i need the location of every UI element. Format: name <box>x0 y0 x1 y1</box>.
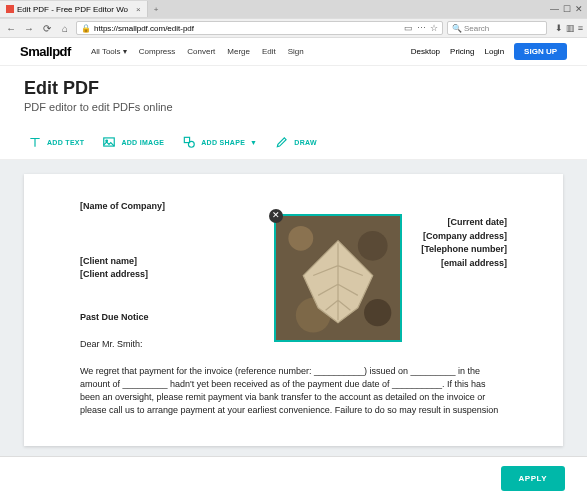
nav-links: All Tools ▾ Compress Convert Merge Edit … <box>91 47 304 56</box>
add-text-label: ADD TEXT <box>47 139 84 146</box>
nav-convert[interactable]: Convert <box>187 47 215 56</box>
shape-icon <box>182 135 196 149</box>
doc-date: [Current date] <box>421 216 507 230</box>
chevron-down-icon: ▼ <box>250 139 257 146</box>
search-icon: 🔍 <box>452 24 462 33</box>
search-input[interactable]: 🔍 Search <box>447 21 547 35</box>
nav-all-tools[interactable]: All Tools ▾ <box>91 47 127 56</box>
svg-point-3 <box>189 141 195 147</box>
nav-desktop[interactable]: Desktop <box>411 47 440 56</box>
window-controls: — ☐ ✕ <box>550 4 587 14</box>
library-icon[interactable]: ▥ <box>566 23 575 33</box>
doc-email: [email address] <box>421 257 507 271</box>
page-title-area: Edit PDF PDF editor to edit PDFs online <box>0 66 587 125</box>
draw-button[interactable]: DRAW <box>275 135 317 149</box>
maximize-icon[interactable]: ☐ <box>563 4 571 14</box>
add-text-button[interactable]: ADD TEXT <box>28 135 84 149</box>
reader-icon[interactable]: ▭ <box>404 23 413 33</box>
svg-point-8 <box>364 299 391 326</box>
bottom-bar: APPLY <box>0 456 587 500</box>
signup-button[interactable]: SIGN UP <box>514 43 567 60</box>
doc-company-info: [Current date] [Company address] [Teleph… <box>421 216 507 270</box>
login-button[interactable]: Login <box>485 47 505 56</box>
doc-company: [Name of Company] <box>80 200 507 213</box>
add-shape-button[interactable]: ADD SHAPE ▼ <box>182 135 257 149</box>
url-input[interactable]: 🔒 https://smallpdf.com/edit-pdf ▭ ⋯ ☆ <box>76 21 443 35</box>
logo[interactable]: Smallpdf <box>20 44 71 59</box>
close-window-icon[interactable]: ✕ <box>575 4 583 14</box>
page-subtitle: PDF editor to edit PDFs online <box>24 101 563 113</box>
download-icon[interactable]: ⬇ <box>555 23 563 33</box>
back-icon[interactable]: ← <box>4 23 18 34</box>
nav-compress[interactable]: Compress <box>139 47 175 56</box>
nav-merge[interactable]: Merge <box>227 47 250 56</box>
chevron-down-icon: ▾ <box>123 47 127 56</box>
lock-icon: 🔒 <box>81 24 91 33</box>
tab-close-icon[interactable]: × <box>136 5 141 14</box>
pdf-document[interactable]: [Name of Company] [Current date] [Compan… <box>24 174 563 446</box>
url-bar: ← → ⟳ ⌂ 🔒 https://smallpdf.com/edit-pdf … <box>0 18 587 38</box>
text-icon <box>28 135 42 149</box>
add-image-label: ADD IMAGE <box>121 139 164 146</box>
tab-title: Edit PDF - Free PDF Editor Wo <box>17 5 128 14</box>
bookmark-icon[interactable]: ☆ <box>430 23 438 33</box>
svg-point-5 <box>288 226 313 251</box>
page-title: Edit PDF <box>24 78 563 99</box>
remove-image-icon[interactable]: ✕ <box>269 209 283 223</box>
canvas-area: [Name of Company] [Current date] [Compan… <box>0 160 587 460</box>
reload-icon[interactable]: ⟳ <box>40 23 54 34</box>
doc-address: [Company address] <box>421 230 507 244</box>
leaf-image-content <box>276 216 400 340</box>
menu-icon[interactable]: ≡ <box>578 23 583 33</box>
inserted-image[interactable]: ✕ <box>274 214 402 342</box>
nav-edit[interactable]: Edit <box>262 47 276 56</box>
home-icon[interactable]: ⌂ <box>58 23 72 34</box>
svg-point-6 <box>358 231 388 261</box>
tab-bar: Edit PDF - Free PDF Editor Wo × + — ☐ ✕ <box>0 0 587 18</box>
nav-pricing[interactable]: Pricing <box>450 47 474 56</box>
search-placeholder: Search <box>464 24 489 33</box>
browser-chrome: Edit PDF - Free PDF Editor Wo × + — ☐ ✕ … <box>0 0 587 38</box>
image-icon <box>102 135 116 149</box>
editor-toolbar: ADD TEXT ADD IMAGE ADD SHAPE ▼ DRAW <box>0 125 587 160</box>
doc-body: We regret that payment for the invoice (… <box>80 365 507 417</box>
new-tab-button[interactable]: + <box>148 5 165 14</box>
add-image-button[interactable]: ADD IMAGE <box>102 135 164 149</box>
tab-favicon <box>6 5 14 13</box>
url-text: https://smallpdf.com/edit-pdf <box>94 24 194 33</box>
svg-rect-2 <box>185 137 190 142</box>
browser-tab[interactable]: Edit PDF - Free PDF Editor Wo × <box>0 1 148 17</box>
minimize-icon[interactable]: — <box>550 4 559 14</box>
doc-phone: [Telephone number] <box>421 243 507 257</box>
app-header: Smallpdf All Tools ▾ Compress Convert Me… <box>0 38 587 66</box>
draw-label: DRAW <box>294 139 317 146</box>
forward-icon[interactable]: → <box>22 23 36 34</box>
nav-sign[interactable]: Sign <box>288 47 304 56</box>
apply-button[interactable]: APPLY <box>501 466 565 491</box>
pencil-icon <box>275 135 289 149</box>
add-shape-label: ADD SHAPE <box>201 139 245 146</box>
more-icon[interactable]: ⋯ <box>417 23 426 33</box>
